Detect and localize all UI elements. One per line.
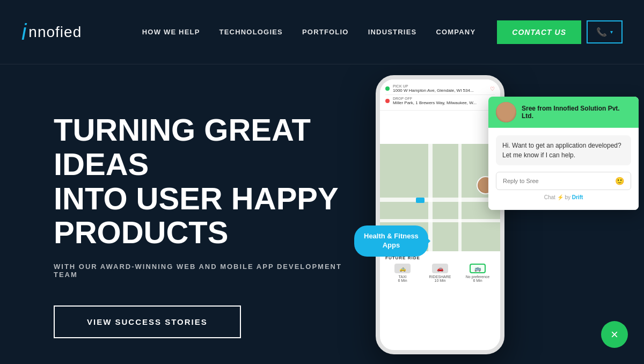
pickup-row: PICK UP 1000 W Hampton Ave, Glendale, WI… xyxy=(385,83,495,95)
view-success-stories-button[interactable]: VIEW SUCCESS STORIES xyxy=(54,305,241,338)
preference-time: 6 Min xyxy=(460,279,495,282)
logo-i: i xyxy=(21,21,26,43)
main-nav: HOW WE HELP TECHNOLOGIES PORTFOLIO INDUS… xyxy=(142,28,476,36)
drift-brand: Drift xyxy=(572,194,583,200)
phone-bottom-panel: FUTURE RIDE 🚕 TAXI 6 Min 🚗 RIDESHARE 10 … xyxy=(380,251,500,287)
map-road-v2 xyxy=(458,144,462,251)
close-chat-button[interactable]: × xyxy=(601,321,628,348)
hero-subtitle: WITH OUR AWARD-WINNING WEB AND MOBILE AP… xyxy=(54,263,365,279)
chat-footer: Chat ⚡ by Drift xyxy=(496,194,631,202)
hero-text-block: TURNING GREAT IDEAS INTO USER HAPPY PROD… xyxy=(54,97,365,338)
chat-body: Hi. Want to get an application developed… xyxy=(488,128,639,210)
dropoff-row: DROP OFF Miller Park, 1 Brewers Way, Mil… xyxy=(385,95,495,107)
hero-section: TURNING GREAT IDEAS INTO USER HAPPY PROD… xyxy=(0,64,644,364)
preference-icon: 🚌 xyxy=(470,264,486,273)
car-icon xyxy=(416,198,425,203)
map-road-v xyxy=(428,144,433,251)
hero-title: TURNING GREAT IDEAS INTO USER HAPPY PROD… xyxy=(54,113,365,250)
bolt-icon: ⚡ xyxy=(557,194,565,200)
taxi-icon: 🚕 xyxy=(394,264,411,273)
preference-label: No preference xyxy=(460,275,495,279)
chat-header: Sree from Innofied Solution Pvt. Ltd. xyxy=(488,97,639,128)
phone-mockup-area: ●●●● INNO ▾ 6:48 PM 82% ▌ ☰ Home ⚙ PICK … xyxy=(343,64,644,364)
pickup-dot xyxy=(385,86,390,91)
location-boxes: PICK UP 1000 W Hampton Ave, Glendale, WI… xyxy=(380,79,500,110)
no-preference-option: 🚌 No preference 6 Min xyxy=(460,264,495,282)
phone-device: ●●●● INNO ▾ 6:48 PM 82% ▌ ☰ Home ⚙ PICK … xyxy=(376,75,504,354)
emoji-icon: 🙂 xyxy=(615,177,624,185)
logo[interactable]: i nnofied xyxy=(21,21,82,43)
logo-text: nnofied xyxy=(28,24,82,41)
chat-message: Hi. Want to get an application developed… xyxy=(496,135,631,165)
chat-reply-input[interactable] xyxy=(503,178,615,184)
nav-portfolio[interactable]: PORTFOLIO xyxy=(302,28,349,36)
taxi-time: 6 Min xyxy=(385,279,420,282)
chat-agent-name: Sree from Innofied Solution Pvt. Ltd. xyxy=(522,105,631,120)
phone-button[interactable]: 📞 ▾ xyxy=(587,20,623,43)
heart-icon: ♡ xyxy=(490,86,495,92)
map-road-h xyxy=(380,198,500,202)
nav-company[interactable]: COMPANY xyxy=(436,28,475,36)
avatar-face xyxy=(496,102,516,122)
rideshare-icon: 🚗 xyxy=(432,264,448,273)
chevron-down-icon: ▾ xyxy=(610,29,613,35)
map-road-h2 xyxy=(380,219,500,222)
ride-options: 🚕 TAXI 6 Min 🚗 RIDESHARE 10 Min 🚌 No pre… xyxy=(385,264,495,282)
nav-how-we-help[interactable]: HOW WE HELP xyxy=(142,28,200,36)
nav-industries[interactable]: INDUSTRIES xyxy=(368,28,417,36)
taxi-option: 🚕 TAXI 6 Min xyxy=(385,264,420,282)
phone-icon: 📞 xyxy=(596,27,607,37)
rideshare-option: 🚗 RIDESHARE 10 Min xyxy=(423,264,457,282)
chat-input-row[interactable]: 🙂 xyxy=(496,172,631,190)
dropoff-dot xyxy=(385,99,390,103)
taxi-label: TAXI xyxy=(385,275,420,279)
header: i nnofied HOW WE HELP TECHNOLOGIES PORTF… xyxy=(0,0,644,64)
rideshare-time: 10 Min xyxy=(423,279,457,282)
health-fitness-bubble: Health & Fitness Apps xyxy=(354,225,428,257)
contact-us-button[interactable]: CONTACT US xyxy=(497,20,581,44)
chat-agent-avatar xyxy=(496,102,516,122)
rideshare-label: RIDESHARE xyxy=(423,275,457,279)
nav-technologies[interactable]: TECHNOLOGIES xyxy=(219,28,283,36)
chat-widget: Sree from Innofied Solution Pvt. Ltd. Hi… xyxy=(488,97,639,210)
